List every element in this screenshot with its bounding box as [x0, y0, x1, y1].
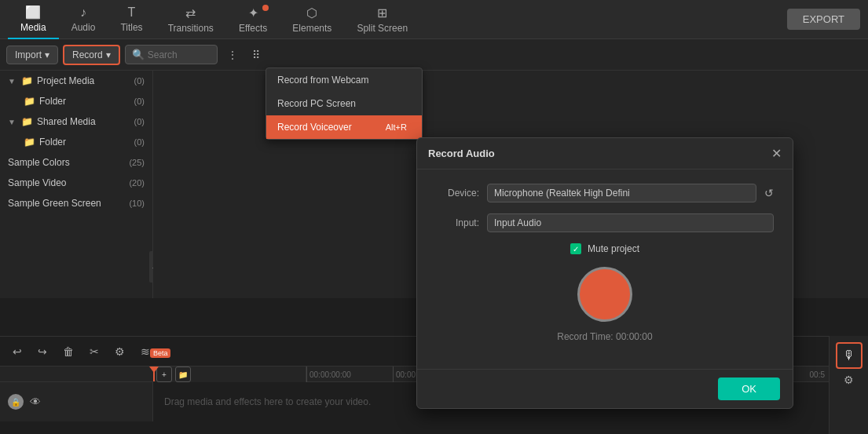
- nav-item-effects[interactable]: ✦ Effects: [226, 0, 280, 39]
- dropdown-item-voiceover[interactable]: Record Voiceover Alt+R: [266, 115, 422, 139]
- bottom-right-panel: 🎙 ⚙: [829, 336, 868, 434]
- nav-item-transitions[interactable]: ⇄ Transitions: [156, 0, 226, 39]
- mic-button-active[interactable]: 🎙: [836, 342, 863, 369]
- shared-media-label: Shared Media: [37, 116, 96, 127]
- record-time-value: 00:00:00: [616, 331, 653, 342]
- shared-media-folder-icon: 📁: [21, 116, 33, 127]
- search-input[interactable]: [148, 49, 211, 60]
- effects-icon: ✦: [248, 5, 258, 20]
- folder2-icon: 📁: [24, 137, 35, 148]
- sidebar-item-folder1[interactable]: 📁 Folder (0): [0, 91, 152, 111]
- settings-side-button[interactable]: ⚙: [844, 374, 854, 386]
- nav-label-effects: Effects: [239, 23, 267, 34]
- input-label: Input:: [436, 217, 479, 228]
- sample-video-label: Sample Video: [8, 177, 67, 188]
- toolbar: Import ▾ Record ▾ 🔍 ⋮ ⠿: [0, 39, 868, 71]
- track-visibility-icon: 👁: [30, 396, 41, 408]
- ok-button[interactable]: OK: [718, 377, 780, 400]
- record-time-label: Record Time:: [557, 331, 613, 342]
- nav-label-media: Media: [20, 22, 46, 33]
- titles-icon: T: [128, 5, 136, 20]
- mute-checkbox[interactable]: [570, 243, 581, 254]
- expand-icon2: ▼: [8, 118, 16, 126]
- record-label: Record: [72, 49, 103, 60]
- filter-icon: ⋮: [227, 49, 238, 61]
- dialog-body: Device: Microphone (Realtek High Defini …: [417, 170, 793, 369]
- device-label: Device:: [436, 188, 479, 199]
- device-row: Device: Microphone (Realtek High Defini …: [436, 184, 774, 202]
- sidebar-item-project-media[interactable]: ▼ 📁 Project Media (0): [0, 71, 152, 91]
- import-button[interactable]: Import ▾: [6, 46, 58, 64]
- nav-label-transitions: Transitions: [168, 23, 214, 34]
- sample-green-count: (10): [129, 199, 145, 208]
- sidebar-item-shared-media[interactable]: ▼ 📁 Shared Media (0): [0, 111, 152, 132]
- split-screen-icon: ⊞: [377, 5, 387, 20]
- record-chevron-icon: ▾: [106, 49, 111, 60]
- project-media-label: Project Media: [37, 75, 94, 86]
- sample-video-count: (20): [129, 178, 145, 188]
- record-time: Record Time: 00:00:00: [436, 331, 774, 342]
- nav-label-audio: Audio: [71, 22, 96, 33]
- input-row: Input: Input Audio: [436, 213, 774, 232]
- device-select[interactable]: Microphone (Realtek High Defini: [487, 184, 756, 202]
- record-start-button[interactable]: [577, 267, 632, 322]
- elements-icon: ⬡: [306, 5, 317, 20]
- folder-icon: 📁: [21, 75, 33, 86]
- cut-button[interactable]: ✂: [85, 342, 104, 361]
- record-button[interactable]: Record ▾: [63, 45, 120, 65]
- nav-item-split-screen[interactable]: ⊞ Split Screen: [344, 0, 420, 39]
- dropdown-item-webcam[interactable]: Record from Webcam: [266, 68, 422, 92]
- project-media-count: (0): [134, 76, 145, 86]
- effects-badge: [262, 5, 269, 11]
- ruler-mark-0: 00:00:00:00: [306, 367, 393, 382]
- search-icon: 🔍: [132, 49, 145, 60]
- folder2-count: (0): [134, 137, 145, 147]
- add-folder-button[interactable]: 📁: [175, 367, 191, 382]
- add-track-button[interactable]: +: [156, 367, 172, 382]
- delete-button[interactable]: 🗑: [58, 342, 79, 361]
- transitions-icon: ⇄: [185, 5, 196, 20]
- sidebar-item-sample-video[interactable]: Sample Video (20): [0, 173, 152, 193]
- export-button[interactable]: EXPORT: [787, 9, 860, 30]
- sample-colors-label: Sample Colors: [8, 157, 70, 168]
- nav-item-elements[interactable]: ⬡ Elements: [280, 0, 344, 39]
- redo-button[interactable]: ↪: [33, 342, 52, 361]
- screen-label: Record PC Screen: [277, 98, 356, 109]
- top-nav: ⬜ Media ♪ Audio T Titles ⇄ Transitions ✦…: [0, 0, 868, 39]
- audio-wave-button[interactable]: ≋ Beta: [136, 342, 175, 361]
- nav-item-audio[interactable]: ♪ Audio: [59, 0, 108, 39]
- nav-label-titles: Titles: [120, 22, 142, 33]
- beta-badge: Beta: [150, 348, 171, 358]
- sidebar-item-sample-green[interactable]: Sample Green Screen (10): [0, 193, 152, 213]
- nav-item-media[interactable]: ⬜ Media: [8, 0, 59, 39]
- import-label: Import: [15, 49, 42, 60]
- track-left-panel: 🔒 👁: [0, 382, 153, 421]
- voiceover-shortcut: Alt+R: [382, 122, 411, 133]
- right-mark-1: 00:5: [810, 370, 825, 379]
- folder1-count: (0): [134, 97, 145, 106]
- sidebar: ▼ 📁 Project Media (0) 📁 Folder (0) ▼ 📁: [0, 71, 153, 298]
- sample-colors-count: (25): [129, 158, 145, 167]
- record-circle-area: [436, 267, 774, 322]
- search-box[interactable]: 🔍: [125, 45, 218, 64]
- filter-button[interactable]: ⋮: [222, 46, 243, 64]
- nav-item-titles[interactable]: T Titles: [108, 0, 155, 39]
- voiceover-label: Record Voiceover: [277, 122, 352, 133]
- nav-label-split-screen: Split Screen: [357, 23, 408, 34]
- dialog-close-button[interactable]: ✕: [771, 146, 782, 161]
- folder1-label: Folder: [39, 96, 66, 107]
- input-select[interactable]: Input Audio: [487, 213, 774, 232]
- refresh-button[interactable]: ↺: [764, 187, 774, 199]
- sidebar-item-folder2[interactable]: 📁 Folder (0): [0, 132, 152, 152]
- folder-icon: 📁: [24, 96, 35, 107]
- dialog-header: Record Audio ✕: [417, 138, 793, 170]
- record-audio-dialog: Record Audio ✕ Device: Microphone (Realt…: [416, 137, 793, 409]
- settings-button[interactable]: ⚙: [110, 342, 130, 361]
- media-icon: ⬜: [25, 5, 41, 20]
- sidebar-item-sample-colors[interactable]: Sample Colors (25): [0, 152, 152, 173]
- record-dropdown-menu: Record from Webcam Record PC Screen Reco…: [266, 67, 423, 140]
- chevron-down-icon: ▾: [45, 49, 49, 60]
- undo-button[interactable]: ↩: [8, 342, 27, 361]
- dropdown-item-screen[interactable]: Record PC Screen: [266, 92, 422, 115]
- grid-button[interactable]: ⠿: [247, 46, 265, 64]
